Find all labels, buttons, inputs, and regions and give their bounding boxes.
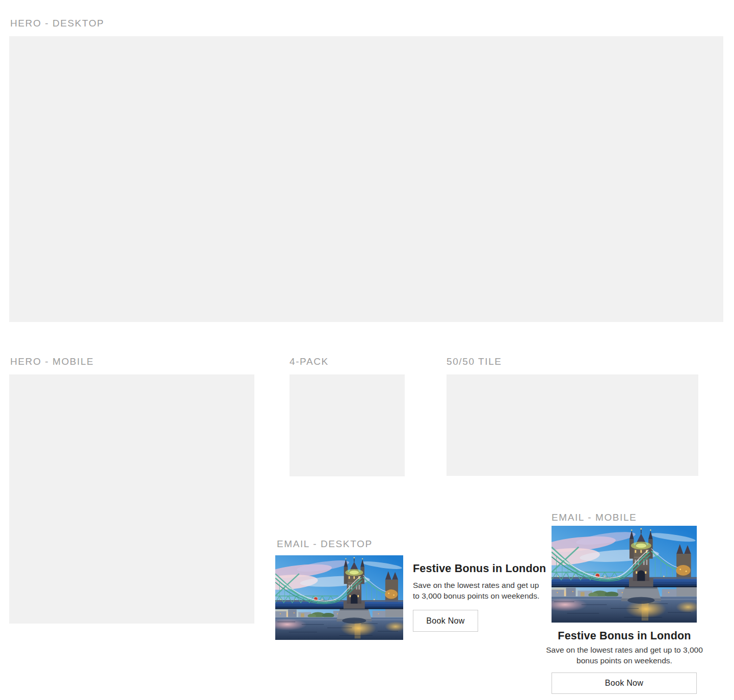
book-now-button[interactable]: Book Now [552, 672, 697, 694]
book-now-button[interactable]: Book Now [413, 610, 478, 632]
email-mobile-title: Festive Bonus in London [543, 630, 705, 642]
email-desktop-label: EMAIL - DESKTOP [277, 539, 373, 549]
fifty-fifty-tile-placeholder [447, 374, 698, 476]
email-mobile-label: EMAIL - MOBILE [552, 513, 637, 522]
four-pack-placeholder [290, 374, 405, 476]
email-desktop-title: Festive Bonus in London [413, 562, 561, 575]
email-desktop-body: Save on the lowest rates and get up to 3… [413, 580, 543, 602]
hero-desktop-label: HERO - DESKTOP [10, 18, 104, 28]
hero-desktop-placeholder [9, 36, 723, 322]
four-pack-label: 4-PACK [290, 357, 329, 366]
hero-mobile-placeholder [9, 374, 254, 624]
tower-bridge-image [552, 526, 697, 623]
tower-bridge-image [275, 555, 403, 640]
fifty-fifty-tile-label: 50/50 TILE [447, 357, 502, 366]
email-mobile-body: Save on the lowest rates and get up to 3… [543, 645, 705, 666]
design-spec-page: HERO - DESKTOP HERO - MOBILE 4-PACK 50/5… [0, 0, 734, 700]
hero-mobile-label: HERO - MOBILE [10, 357, 94, 366]
